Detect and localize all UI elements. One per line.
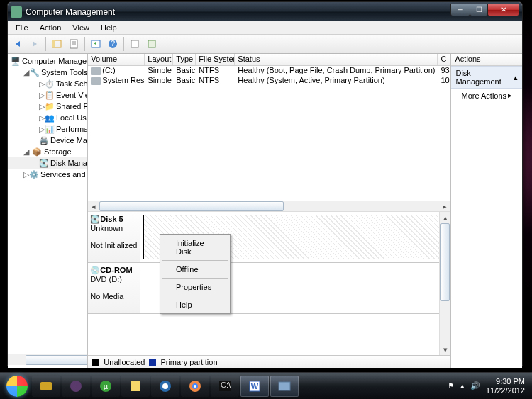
scroll-left-button[interactable]: ◂ [88, 201, 99, 212]
ctx-initialize-disk[interactable]: Initialize Disk [162, 236, 228, 259]
svg-point-19 [194, 385, 196, 388]
services-icon: ⚙️ [29, 169, 39, 179]
scroll-down-button[interactable]: ▾ [440, 344, 450, 355]
back-button[interactable] [10, 36, 26, 52]
taskbar-app-mmc[interactable] [270, 376, 299, 397]
taskbar-app-cmd[interactable]: C:\ [211, 376, 239, 397]
col-volume[interactable]: Volume [88, 54, 145, 65]
start-button[interactable] [3, 374, 31, 398]
taskbar-app-chrome[interactable] [181, 376, 209, 397]
close-button[interactable]: ✕ [487, 4, 519, 16]
volume-list[interactable]: (C:) Simple Basic NTFS Healthy (Boot, Pa… [88, 66, 450, 201]
properties-button[interactable] [66, 36, 82, 52]
tree-storage[interactable]: ◢📦Storage [8, 146, 87, 157]
actions-panel: Actions Disk Management ▴ More Actions ▸ [451, 54, 522, 368]
tree-event-viewer[interactable]: ▷📋Event Viewer [8, 89, 87, 101]
taskbar-app-word[interactable]: W [240, 376, 269, 397]
legend-bar: Unallocated Primary partition [88, 355, 450, 368]
disk-row-disk5[interactable]: 💽Disk 5 Unknown Not Initialized [88, 212, 450, 263]
volume-row[interactable]: (C:) Simple Basic NTFS Healthy (Boot, Pa… [88, 66, 450, 76]
tree-horizontal-scrollbar[interactable] [8, 354, 87, 365]
help-button[interactable]: ? [105, 36, 121, 52]
show-hide-tree-button[interactable] [49, 36, 65, 52]
taskbar[interactable]: µ C:\ W ⚑ ▴ 🔊 9:30 PM 11/22/2012 [0, 372, 532, 399]
scroll-up-button[interactable]: ▴ [440, 212, 450, 223]
menu-file[interactable]: File [10, 22, 34, 33]
taskbar-app-1[interactable] [32, 376, 60, 397]
computer-management-window: Computer Management ─ ☐ ✕ File Action Vi… [7, 1, 523, 368]
actions-header: Actions [451, 54, 522, 66]
col-filesystem[interactable]: File System [196, 54, 235, 65]
scroll-right-button[interactable]: ▸ [439, 201, 450, 212]
taskbar-app-2[interactable] [62, 376, 90, 397]
storage-icon: 📦 [31, 147, 43, 157]
main-panel: Volume Layout Type File System Status C … [88, 54, 451, 368]
perf-icon: 📊 [45, 124, 55, 134]
system-tray[interactable]: ⚑ ▴ 🔊 9:30 PM 11/22/2012 [448, 377, 529, 395]
volume-row[interactable]: System Reserved Simple Basic NTFS Health… [88, 76, 450, 86]
menu-view[interactable]: View [67, 22, 95, 33]
device-icon: 🖨️ [39, 135, 49, 145]
tree-shared-folders[interactable]: ▷📁Shared Folders [8, 101, 87, 112]
cdrom-info[interactable]: 💿CD-ROM DVD (D:) No Media [88, 263, 140, 313]
tree-device-manager[interactable]: 🖨️Device Manager [8, 135, 87, 146]
refresh-button[interactable] [88, 36, 104, 52]
tray-clock[interactable]: 9:30 PM 11/22/2012 [486, 377, 525, 395]
col-status[interactable]: Status [235, 54, 438, 65]
tray-volume-icon[interactable]: 🔊 [470, 381, 480, 390]
ctx-offline[interactable]: Offline [162, 262, 228, 276]
event-icon: 📋 [45, 90, 55, 100]
menu-help[interactable]: Help [95, 22, 123, 33]
volume-icon [91, 77, 101, 85]
tray-flag-icon[interactable]: ⚑ [448, 381, 455, 390]
actions-section[interactable]: Disk Management ▴ [451, 66, 522, 89]
disk-row-cdrom[interactable]: 💿CD-ROM DVD (D:) No Media [88, 263, 450, 314]
taskbar-app-itunes[interactable] [151, 376, 179, 397]
col-type[interactable]: Type [173, 54, 196, 65]
tree-root[interactable]: 🖥️Computer Management (Local) [8, 55, 87, 67]
toolbar-extra-1[interactable] [127, 36, 143, 52]
taskbar-app-utorrent[interactable]: µ [92, 376, 120, 397]
users-icon: 👥 [45, 113, 55, 123]
navigation-tree[interactable]: 🖥️Computer Management (Local) ◢🔧System T… [8, 54, 88, 368]
title-bar[interactable]: Computer Management ─ ☐ ✕ [8, 2, 522, 21]
separator [162, 278, 228, 279]
svg-rect-8 [131, 40, 138, 47]
legend-label-primary: Primary partition [160, 358, 217, 366]
tree-performance[interactable]: ▷📊Performance [8, 123, 87, 135]
cdrom-icon: 💿 [90, 266, 100, 274]
clock-time: 9:30 PM [486, 377, 525, 386]
separator [162, 260, 228, 261]
legend-swatch-unallocated [92, 359, 99, 366]
col-capacity[interactable]: C [438, 54, 450, 65]
tree-services-apps[interactable]: ▷⚙️Services and Applications [8, 169, 87, 180]
minimize-button[interactable]: ─ [450, 4, 470, 16]
volume-horizontal-scrollbar[interactable]: ◂ ▸ [88, 201, 450, 212]
menu-bar: File Action View Help [8, 21, 522, 35]
tree-local-users[interactable]: ▷👥Local Users and Groups [8, 112, 87, 123]
disk-graphical-view[interactable]: 💽Disk 5 Unknown Not Initialized 💿CD-ROM … [88, 212, 450, 355]
maximize-button[interactable]: ☐ [470, 4, 488, 16]
actions-more[interactable]: More Actions ▸ [451, 89, 522, 102]
ctx-help[interactable]: Help [162, 298, 228, 312]
tray-up-icon[interactable]: ▴ [460, 381, 465, 390]
desktop: Computer Management ─ ☐ ✕ File Action Vi… [0, 0, 532, 399]
taskbar-app-notes[interactable] [121, 376, 150, 397]
toolbar-extra-2[interactable] [144, 36, 160, 52]
tree-disk-management[interactable]: 💽Disk Management [8, 157, 87, 169]
disk-vertical-scrollbar[interactable]: ▴ ▾ [439, 212, 450, 355]
tree-task-scheduler[interactable]: ▷⏱️Task Scheduler [8, 78, 87, 89]
menu-action[interactable]: Action [34, 22, 67, 33]
windows-logo-icon [6, 376, 28, 397]
window-title: Computer Management [26, 7, 451, 17]
svg-text:?: ? [111, 39, 115, 47]
svg-rect-9 [148, 40, 155, 47]
svg-rect-24 [279, 382, 290, 390]
tools-icon: 🔧 [30, 67, 40, 77]
disk5-info[interactable]: 💽Disk 5 Unknown Not Initialized [88, 212, 140, 262]
forward-button[interactable] [27, 36, 43, 52]
col-layout[interactable]: Layout [145, 54, 173, 65]
tree-system-tools[interactable]: ◢🔧System Tools [8, 67, 87, 78]
clock-icon: ⏱️ [45, 79, 55, 89]
ctx-properties[interactable]: Properties [162, 280, 228, 294]
